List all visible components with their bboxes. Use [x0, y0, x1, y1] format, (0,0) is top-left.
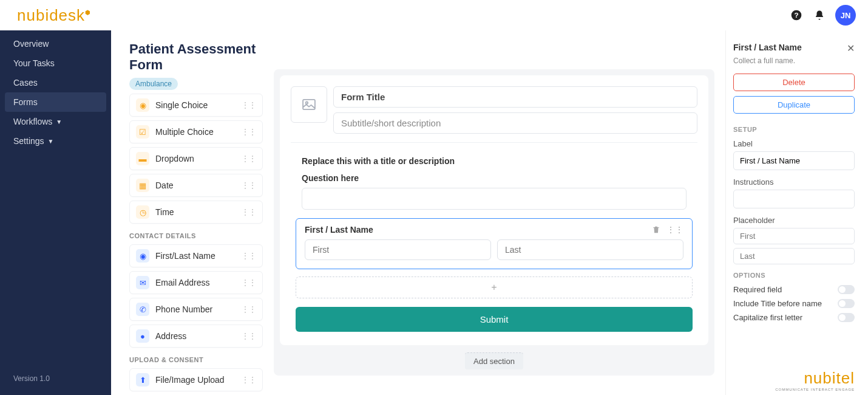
grip-icon: ⋮⋮: [242, 332, 256, 340]
sidebar-item-cases[interactable]: Cases: [0, 73, 111, 92]
name-field-selected[interactable]: First / Last Name ⋮⋮: [296, 218, 693, 269]
svg-rect-2: [303, 100, 315, 109]
sidebar-item-overview[interactable]: Overview: [0, 34, 111, 53]
grip-icon[interactable]: ⋮⋮: [666, 225, 683, 235]
grip-icon: ⋮⋮: [242, 101, 256, 109]
prop-label: Label: [733, 139, 855, 148]
palette-category: CONTACT DETAILS: [129, 232, 263, 239]
page-title: Patient Assessment Form: [129, 41, 263, 73]
palette-email[interactable]: ✉Email Address⋮⋮: [129, 271, 263, 294]
dropdown-icon: ▬: [136, 152, 149, 165]
grip-icon: ⋮⋮: [242, 305, 256, 314]
sidebar-item-forms[interactable]: Forms: [5, 92, 106, 112]
grip-icon: ⋮⋮: [242, 208, 256, 216]
close-icon[interactable]: ✕: [847, 43, 855, 54]
last-name-input[interactable]: [497, 239, 683, 260]
section-heading: OPTIONS: [733, 272, 855, 279]
title-toggle[interactable]: [838, 299, 855, 308]
palette-multiple-choice[interactable]: ☑Multiple Choice⋮⋮: [129, 120, 263, 143]
grip-icon: ⋮⋮: [242, 376, 256, 384]
duplicate-button[interactable]: Duplicate: [733, 96, 855, 114]
trash-icon[interactable]: [652, 225, 660, 234]
person-icon: ◉: [136, 249, 149, 263]
palette-date[interactable]: ▦Date⋮⋮: [129, 174, 263, 197]
prop-label: Placeholder: [733, 216, 855, 225]
palette-time[interactable]: ◷Time⋮⋮: [129, 201, 263, 224]
category-tag[interactable]: Ambulance: [129, 78, 178, 90]
bell-icon[interactable]: [812, 8, 827, 22]
form-image-upload[interactable]: [291, 86, 327, 123]
properties-title: First / Last Name: [733, 43, 847, 52]
sidebar-item-tasks[interactable]: Your Tasks: [0, 53, 111, 73]
checkbox-icon: ☑: [136, 125, 149, 139]
grip-icon: ⋮⋮: [242, 128, 256, 136]
section-title[interactable]: Replace this with a title or description: [302, 156, 697, 166]
sidebar-item-settings[interactable]: Settings▼: [0, 131, 111, 151]
option-label: Include Title before name: [733, 299, 838, 308]
field-label: First / Last Name: [305, 225, 646, 235]
help-icon[interactable]: ?: [789, 8, 804, 22]
palette-upload[interactable]: ⬆File/Image Upload⋮⋮: [129, 368, 263, 391]
palette-category: UPLOAD & CONSENT: [129, 356, 263, 363]
instructions-input[interactable]: [733, 190, 855, 208]
add-field-dropzone[interactable]: +: [296, 276, 693, 298]
properties-panel: First / Last Name ✕ Collect a full name.…: [725, 30, 868, 395]
first-name-input[interactable]: [305, 239, 491, 260]
avatar[interactable]: JN: [835, 5, 856, 26]
submit-button[interactable]: Submit: [296, 307, 693, 332]
required-toggle[interactable]: [838, 285, 855, 294]
sidebar: Overview Your Tasks Cases Forms Workflow…: [0, 30, 111, 395]
grip-icon: ⋮⋮: [242, 252, 256, 260]
svg-point-3: [306, 102, 308, 105]
radio-icon: ◉: [136, 98, 149, 112]
mail-icon: ✉: [136, 276, 149, 289]
placeholder-first-input[interactable]: [733, 228, 855, 244]
option-label: Capitalize first letter: [733, 313, 838, 322]
sidebar-item-workflows[interactable]: Workflows▼: [0, 112, 111, 131]
pin-icon: ●: [136, 329, 149, 343]
grip-icon: ⋮⋮: [242, 181, 256, 190]
chevron-down-icon: ▼: [56, 118, 62, 125]
version-label: Version 1.0: [0, 374, 111, 395]
grip-icon: ⋮⋮: [242, 154, 256, 163]
app-logo: nubidesk⬢: [17, 6, 91, 25]
label-input[interactable]: [733, 151, 855, 170]
prop-label: Instructions: [733, 177, 855, 187]
calendar-icon: ▦: [136, 179, 149, 192]
properties-subtitle: Collect a full name.: [733, 57, 855, 65]
form-subtitle-input[interactable]: [333, 112, 697, 134]
palette-dropdown[interactable]: ▬Dropdown⋮⋮: [129, 147, 263, 170]
delete-button[interactable]: Delete: [733, 74, 855, 91]
add-section-button[interactable]: Add section: [465, 352, 523, 369]
form-title-input[interactable]: [333, 86, 697, 108]
palette-single-choice[interactable]: ◉Single Choice⋮⋮: [129, 94, 263, 117]
text-answer-input[interactable]: [302, 188, 687, 210]
capitalize-toggle[interactable]: [838, 313, 855, 322]
form-canvas: Replace this with a title or description…: [280, 75, 708, 345]
brand-logo: nubitel COMMUNICATE INTERACT ENGAGE: [775, 369, 855, 391]
chevron-down-icon: ▼: [48, 138, 54, 145]
grip-icon: ⋮⋮: [242, 278, 256, 287]
svg-text:?: ?: [794, 11, 798, 19]
option-label: Required field: [733, 285, 838, 294]
palette-phone[interactable]: ✆Phone Number⋮⋮: [129, 298, 263, 321]
placeholder-last-input[interactable]: [733, 248, 855, 264]
palette-name[interactable]: ◉First/Last Name⋮⋮: [129, 244, 263, 267]
phone-icon: ✆: [136, 303, 149, 316]
upload-icon: ⬆: [136, 373, 149, 386]
section-heading: SETUP: [733, 126, 855, 133]
question-label: Question here: [302, 173, 687, 183]
palette-address[interactable]: ●Address⋮⋮: [129, 325, 263, 348]
clock-icon: ◷: [136, 205, 149, 219]
